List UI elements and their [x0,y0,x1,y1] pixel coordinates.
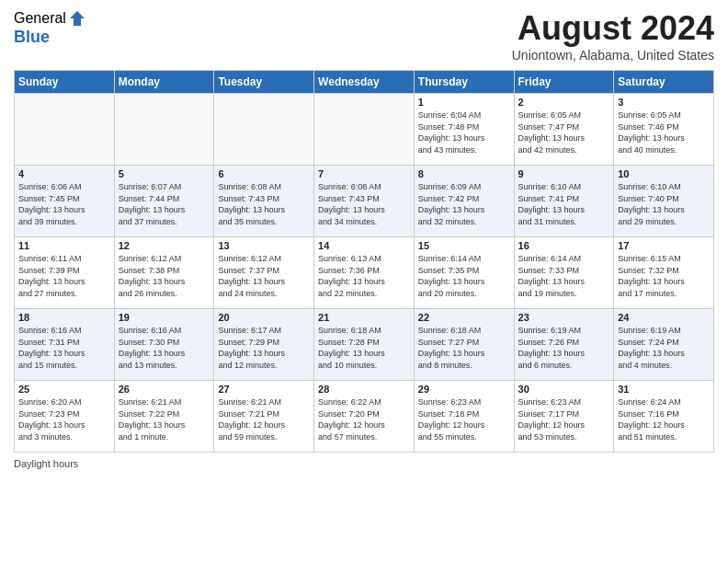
day-number: 14 [318,240,410,251]
calendar-cell: 18Sunrise: 6:16 AMSunset: 7:31 PMDayligh… [15,309,115,381]
day-number: 17 [618,240,710,251]
day-info: Sunrise: 6:13 AMSunset: 7:36 PMDaylight:… [318,253,410,299]
location: Uniontown, Alabama, United States [512,48,714,63]
calendar-cell: 30Sunrise: 6:23 AMSunset: 7:17 PMDayligh… [514,381,614,453]
calendar-cell: 13Sunrise: 6:12 AMSunset: 7:37 PMDayligh… [214,237,314,309]
daylight-label: Daylight hours [14,458,78,469]
footer: Daylight hours [14,458,714,469]
calendar-cell: 16Sunrise: 6:14 AMSunset: 7:33 PMDayligh… [514,237,614,309]
logo: General Blue [14,9,86,47]
day-number: 13 [218,240,310,251]
day-info: Sunrise: 6:04 AMSunset: 7:48 PMDaylight:… [418,109,510,155]
week-row-2: 4Sunrise: 6:06 AMSunset: 7:45 PMDaylight… [15,166,714,237]
week-row-5: 25Sunrise: 6:20 AMSunset: 7:23 PMDayligh… [15,381,714,453]
day-info: Sunrise: 6:19 AMSunset: 7:26 PMDaylight:… [518,325,610,371]
week-row-1: 1Sunrise: 6:04 AMSunset: 7:48 PMDaylight… [15,94,714,166]
day-info: Sunrise: 6:21 AMSunset: 7:21 PMDaylight:… [218,396,310,442]
day-info: Sunrise: 6:23 AMSunset: 7:18 PMDaylight:… [418,396,510,442]
day-number: 2 [518,97,610,108]
logo-text: General [14,9,86,28]
calendar-cell: 25Sunrise: 6:20 AMSunset: 7:23 PMDayligh… [15,381,115,453]
svg-marker-0 [70,11,85,26]
calendar-cell: 14Sunrise: 6:13 AMSunset: 7:36 PMDayligh… [314,237,415,309]
weekday-monday: Monday [114,71,214,94]
weekday-sunday: Sunday [15,71,115,94]
calendar-cell: 26Sunrise: 6:21 AMSunset: 7:22 PMDayligh… [114,381,214,453]
calendar-cell: 9Sunrise: 6:10 AMSunset: 7:41 PMDaylight… [514,166,614,237]
day-number: 4 [18,168,110,179]
day-info: Sunrise: 6:05 AMSunset: 7:46 PMDaylight:… [618,109,710,155]
calendar-cell: 27Sunrise: 6:21 AMSunset: 7:21 PMDayligh… [214,381,314,453]
day-info: Sunrise: 6:10 AMSunset: 7:40 PMDaylight:… [618,181,710,227]
weekday-friday: Friday [514,71,614,94]
day-info: Sunrise: 6:22 AMSunset: 7:20 PMDaylight:… [318,396,410,442]
calendar-cell: 23Sunrise: 6:19 AMSunset: 7:26 PMDayligh… [514,309,614,381]
page: General Blue August 2024 Uniontown, Alab… [0,0,728,563]
calendar-cell: 7Sunrise: 6:08 AMSunset: 7:43 PMDaylight… [314,166,415,237]
day-number: 22 [418,312,510,323]
logo-icon [68,9,86,28]
day-number: 6 [218,168,310,179]
day-number: 16 [518,240,610,251]
calendar-cell: 20Sunrise: 6:17 AMSunset: 7:29 PMDayligh… [214,309,314,381]
calendar-cell: 1Sunrise: 6:04 AMSunset: 7:48 PMDaylight… [414,94,514,166]
day-info: Sunrise: 6:07 AMSunset: 7:44 PMDaylight:… [119,181,210,227]
calendar-cell: 29Sunrise: 6:23 AMSunset: 7:18 PMDayligh… [414,381,514,453]
week-row-3: 11Sunrise: 6:11 AMSunset: 7:39 PMDayligh… [15,237,714,309]
day-number: 15 [418,240,510,251]
day-number: 20 [218,312,310,323]
day-info: Sunrise: 6:20 AMSunset: 7:23 PMDaylight:… [18,396,110,442]
day-info: Sunrise: 6:19 AMSunset: 7:24 PMDaylight:… [618,325,710,371]
day-info: Sunrise: 6:21 AMSunset: 7:22 PMDaylight:… [119,396,210,442]
calendar-cell [114,94,214,166]
day-number: 10 [618,168,710,179]
calendar-cell [314,94,415,166]
day-info: Sunrise: 6:16 AMSunset: 7:30 PMDaylight:… [119,325,210,371]
day-info: Sunrise: 6:08 AMSunset: 7:43 PMDaylight:… [218,181,310,227]
weekday-thursday: Thursday [414,71,514,94]
day-info: Sunrise: 6:18 AMSunset: 7:27 PMDaylight:… [418,325,510,371]
calendar-cell: 19Sunrise: 6:16 AMSunset: 7:30 PMDayligh… [114,309,214,381]
day-number: 30 [518,384,610,395]
weekday-saturday: Saturday [614,71,714,94]
weekday-tuesday: Tuesday [214,71,314,94]
day-info: Sunrise: 6:17 AMSunset: 7:29 PMDaylight:… [218,325,310,371]
day-info: Sunrise: 6:12 AMSunset: 7:37 PMDaylight:… [218,253,310,299]
day-info: Sunrise: 6:11 AMSunset: 7:39 PMDaylight:… [18,253,110,299]
day-number: 23 [518,312,610,323]
weekday-header-row: SundayMondayTuesdayWednesdayThursdayFrid… [15,71,714,94]
day-number: 28 [318,384,410,395]
day-number: 1 [418,97,510,108]
day-number: 25 [18,384,110,395]
day-number: 3 [618,97,710,108]
day-info: Sunrise: 6:09 AMSunset: 7:42 PMDaylight:… [418,181,510,227]
day-number: 24 [618,312,710,323]
logo-blue-text: Blue [14,28,50,47]
day-number: 31 [618,384,710,395]
calendar-cell: 12Sunrise: 6:12 AMSunset: 7:38 PMDayligh… [114,237,214,309]
day-info: Sunrise: 6:06 AMSunset: 7:45 PMDaylight:… [18,181,110,227]
calendar-cell [214,94,314,166]
calendar-cell: 10Sunrise: 6:10 AMSunset: 7:40 PMDayligh… [614,166,714,237]
day-info: Sunrise: 6:15 AMSunset: 7:32 PMDaylight:… [618,253,710,299]
day-info: Sunrise: 6:08 AMSunset: 7:43 PMDaylight:… [318,181,410,227]
day-number: 21 [318,312,410,323]
day-info: Sunrise: 6:14 AMSunset: 7:35 PMDaylight:… [418,253,510,299]
day-info: Sunrise: 6:12 AMSunset: 7:38 PMDaylight:… [119,253,210,299]
calendar-cell: 8Sunrise: 6:09 AMSunset: 7:42 PMDaylight… [414,166,514,237]
calendar-cell: 21Sunrise: 6:18 AMSunset: 7:28 PMDayligh… [314,309,415,381]
title-section: August 2024 Uniontown, Alabama, United S… [512,9,714,63]
day-info: Sunrise: 6:14 AMSunset: 7:33 PMDaylight:… [518,253,610,299]
day-number: 7 [318,168,410,179]
calendar-cell: 2Sunrise: 6:05 AMSunset: 7:47 PMDaylight… [514,94,614,166]
weekday-wednesday: Wednesday [314,71,415,94]
day-number: 29 [418,384,510,395]
calendar-cell: 24Sunrise: 6:19 AMSunset: 7:24 PMDayligh… [614,309,714,381]
calendar-cell: 22Sunrise: 6:18 AMSunset: 7:27 PMDayligh… [414,309,514,381]
day-info: Sunrise: 6:16 AMSunset: 7:31 PMDaylight:… [18,325,110,371]
day-number: 8 [418,168,510,179]
day-number: 12 [119,240,210,251]
calendar-cell: 6Sunrise: 6:08 AMSunset: 7:43 PMDaylight… [214,166,314,237]
calendar-cell: 3Sunrise: 6:05 AMSunset: 7:46 PMDaylight… [614,94,714,166]
logo-blue: Blue [14,28,50,47]
